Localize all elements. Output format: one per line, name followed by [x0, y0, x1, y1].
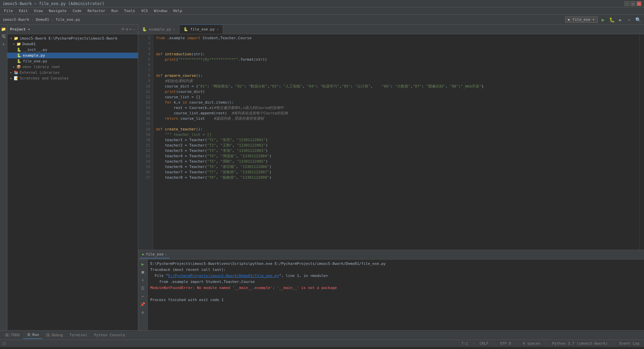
status-python[interactable]: Python 3.7 (imooc5-8work)	[550, 341, 610, 346]
debug-button[interactable]: 🐛	[608, 16, 615, 23]
run-output: E:\PycharmProjects\imooc5-8work\venv\Scr…	[148, 259, 644, 330]
right-gutter	[639, 34, 644, 250]
tab-file-close[interactable]: ✕	[217, 27, 219, 31]
structure-icon[interactable]: 🏗	[1, 34, 7, 40]
project-header-icons: ⟳ ⚙ ▾ —	[121, 27, 135, 32]
tree-root[interactable]: ▾ 📁 imooc5-8work E:\PycharmProjects\imoo…	[7, 36, 138, 41]
filter-button[interactable]: ☰	[140, 285, 146, 292]
menu-navigate[interactable]: Navigate	[46, 8, 69, 14]
breadcrumb-file[interactable]: file_exe.py	[56, 17, 80, 22]
status-indent[interactable]: 4 spaces	[521, 341, 543, 346]
scroll-to-end-button[interactable]: ⬇	[140, 277, 146, 284]
tab-bar: 🐍 example.py ✕ 🐍 file_exe.py ✕	[138, 25, 644, 34]
bottom-tab-python-console[interactable]: Python Console	[91, 332, 129, 339]
menu-window[interactable]: Window	[151, 8, 170, 14]
menu-vcs[interactable]: VCS	[139, 8, 151, 14]
status-event-log[interactable]: Event Log	[617, 341, 641, 346]
terminal-label: Terminal	[70, 333, 88, 337]
debug-label: Debug	[52, 333, 63, 337]
toolbar: imooc5-8work › Demo01 › file_exe.py ▶ fi…	[0, 15, 644, 25]
tab-file-label: file_exe.py	[190, 27, 215, 32]
folder-expand-icon: ▾	[10, 36, 12, 41]
code-content[interactable]: from .example import Student,Teacher,Cou…	[153, 34, 639, 250]
code-editor[interactable]: 1 2 3 4 5 6 7 8 9 10 11 12 13 14 15 16 1…	[138, 34, 644, 250]
breadcrumb-demo01[interactable]: Demo01	[36, 17, 49, 22]
tab-example-icon: 🐍	[142, 27, 147, 32]
breadcrumb-project[interactable]: imooc5-8work	[3, 17, 29, 22]
status-crlf[interactable]: CRLF	[478, 341, 491, 346]
stop-button[interactable]: ⏹	[140, 269, 146, 276]
todo-num: 6	[5, 333, 9, 337]
expand-icon[interactable]: ▾	[129, 27, 132, 32]
bottom-tab-todo[interactable]: 6 TODO	[1, 332, 23, 339]
tree-example-py[interactable]: 🐍 example.py	[7, 53, 138, 58]
ext-expand-icon: ▸	[10, 70, 12, 75]
tree-init-label: __init__.py	[23, 48, 47, 52]
run-panel: ▶ file_exe ✕ ▶ ⏹ ⬇ ☰ ↩ 📌 ⚙ E:\PycharmPro…	[138, 250, 644, 330]
maximize-button[interactable]: □	[631, 1, 635, 6]
tree-file-exe-py[interactable]: 🐍 file_exe.py	[7, 58, 138, 64]
run-icon: ▶	[142, 252, 145, 256]
project-icon[interactable]: 📁	[1, 26, 7, 32]
run-tab-file-exe[interactable]: ▶ file_exe ✕	[140, 251, 170, 258]
minimize-button[interactable]: —	[625, 1, 629, 6]
coverage-button[interactable]: ▶	[617, 16, 624, 23]
tab-example-py[interactable]: 🐍 example.py ✕	[138, 24, 179, 34]
tree-scratches[interactable]: ▸ 📝 Scratches and Consoles	[7, 75, 138, 81]
py-file-icon-3: 🐍	[17, 59, 21, 63]
tree-init-py[interactable]: 🐍 __init__.py	[7, 47, 138, 53]
title-bar: imooc5-8work – file_exe.py (Administrato…	[0, 0, 644, 7]
tree-demo01[interactable]: ▾ 📁 Demo01	[7, 41, 138, 47]
py-file-icon: 🐍	[17, 48, 21, 52]
menu-view[interactable]: View	[31, 8, 46, 14]
menu-tools[interactable]: Tools	[121, 8, 138, 14]
status-position[interactable]: 7:1	[459, 341, 470, 346]
menu-help[interactable]: Help	[171, 8, 185, 14]
close-button[interactable]: ✕	[637, 1, 641, 6]
tree-venv[interactable]: ▸ 📦 venv library root	[7, 64, 138, 70]
search-button[interactable]: 🔍	[635, 16, 641, 23]
project-title[interactable]: Project ▾	[10, 27, 30, 32]
run-tab-close[interactable]: ✕	[165, 252, 167, 256]
tree-file-exe-label: file_exe.py	[23, 59, 47, 63]
run-toolbar: ▶ ⏹ ⬇ ☰ ↩ 📌 ⚙	[138, 259, 148, 330]
run-button[interactable]: ▶	[600, 16, 606, 23]
hide-panel-icon[interactable]: —	[133, 27, 135, 32]
run-content: ▶ ⏹ ⬇ ☰ ↩ 📌 ⚙ E:\PycharmProjects\imooc5-…	[138, 259, 644, 330]
tree-venv-label: venv library root	[22, 65, 60, 69]
run-again-button[interactable]: ▶	[140, 261, 146, 268]
scratch-icon: 📝	[14, 76, 18, 80]
editor-area: 🐍 example.py ✕ 🐍 file_exe.py ✕ 1 2 3 4 5…	[138, 25, 644, 330]
bottom-tab-terminal[interactable]: Terminal	[66, 332, 91, 339]
menu-code[interactable]: Code	[70, 8, 84, 14]
error-link[interactable]: E:/PycharmProjects/imooc5-8work/Demo01/f…	[168, 274, 279, 278]
favorites-icon[interactable]: ★	[1, 41, 7, 47]
venv-expand-icon: ▸	[13, 65, 15, 69]
settings-icon[interactable]: ⚙	[126, 27, 128, 32]
tree-ext-libs[interactable]: ▸ 📚 External Libraries	[7, 70, 138, 75]
bottom-tab-debug[interactable]: 5 Debug	[42, 332, 66, 339]
menu-run[interactable]: Run	[109, 8, 121, 14]
tree-scratches-label: Scratches and Consoles	[20, 76, 69, 80]
folder-icon-2: 📁	[16, 42, 21, 46]
main-layout: 📁 🏗 ★ Project ▾ ⟳ ⚙ ▾ — ▾ 📁 imooc5-8work…	[0, 25, 644, 330]
bottom-tab-run[interactable]: 4 Run	[23, 331, 43, 339]
tree-demo01-label: Demo01	[22, 42, 36, 46]
pin-button[interactable]: 📌	[140, 301, 146, 308]
run-configuration[interactable]: ▶ file_exe ▾	[565, 16, 598, 23]
sync-icon[interactable]: ⟳	[121, 27, 124, 32]
tab-file-exe-py[interactable]: 🐍 file_exe.py ✕	[179, 24, 223, 34]
run-tab-label: file_exe	[146, 252, 164, 256]
menu-edit[interactable]: Edit	[16, 8, 31, 14]
status-charset[interactable]: UTF-8	[498, 341, 513, 346]
app-title: imooc5-8work – file_exe.py (Administrato…	[3, 1, 104, 6]
wrap-button[interactable]: ↩	[140, 293, 146, 300]
menu-refactor[interactable]: Refactor	[85, 8, 108, 14]
tab-example-close[interactable]: ✕	[173, 27, 175, 31]
venv-icon: 📦	[16, 65, 21, 69]
settings-run-button[interactable]: ⚙	[140, 309, 146, 316]
folder-expand-icon-2: ▾	[13, 42, 15, 46]
profile-button[interactable]: ⚡	[626, 16, 633, 23]
menu-file[interactable]: File	[1, 8, 16, 14]
run-tabs: ▶ file_exe ✕	[138, 250, 644, 259]
